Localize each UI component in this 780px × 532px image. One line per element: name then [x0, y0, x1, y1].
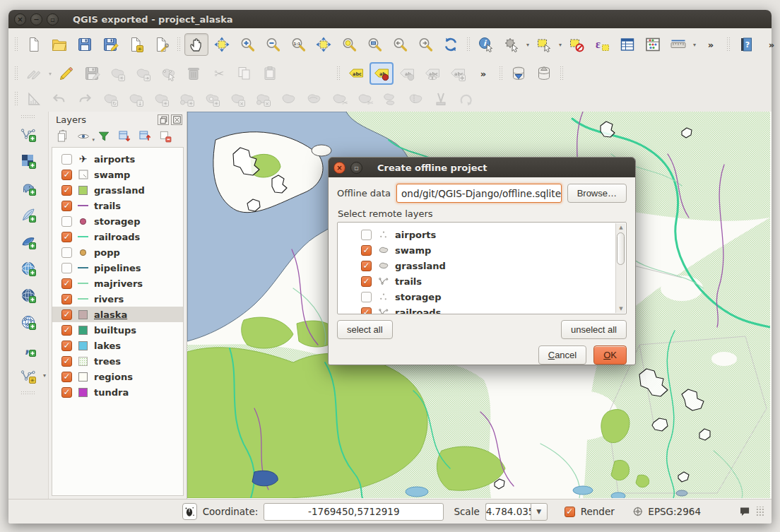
synchronize-button[interactable]: [532, 62, 556, 85]
select-features-dropdown[interactable]: ▾: [559, 42, 562, 48]
layer-row-regions[interactable]: ✓regions: [52, 369, 183, 384]
field-calculator-button[interactable]: [641, 33, 665, 56]
zoom-full-button[interactable]: [312, 33, 336, 56]
current-edits-dropdown[interactable]: ▾: [49, 71, 52, 77]
select-by-expression-button[interactable]: ε: [590, 33, 614, 56]
toggle-editing-button[interactable]: [54, 62, 78, 85]
zoom-to-layer-button[interactable]: [362, 33, 386, 56]
layer-row-trails[interactable]: ✓trails: [52, 198, 183, 213]
layer-visibility-checkbox[interactable]: ✓: [361, 245, 372, 256]
layer-visibility-checkbox[interactable]: ✓: [61, 201, 72, 211]
remove-layer-button[interactable]: [157, 129, 174, 144]
dialog-titlebar[interactable]: × ▫ Create offline project: [329, 158, 635, 177]
layer-visibility-checkbox[interactable]: [61, 154, 72, 165]
zoom-in-button[interactable]: [235, 33, 259, 56]
layer-row-storagep[interactable]: storagep: [52, 213, 183, 229]
zoom-next-button[interactable]: [413, 33, 437, 56]
new-project-button[interactable]: [22, 33, 46, 56]
run-feature-action-button[interactable]: ▾: [500, 33, 531, 56]
add-mssql-layer-button[interactable]: [16, 230, 40, 253]
dialog-maximize-button[interactable]: ▫: [350, 162, 362, 174]
save-project-button[interactable]: [73, 33, 97, 56]
add-wms-layer-button[interactable]: [16, 256, 40, 280]
layer-visibility-checkbox[interactable]: ✓: [61, 356, 72, 367]
render-checkbox[interactable]: ✓: [565, 507, 575, 517]
new-shapefile-layer-dropdown[interactable]: ▾: [43, 372, 46, 379]
scroll-down-arrow[interactable]: ▼: [616, 305, 626, 313]
remote-layer-row-airports[interactable]: airports: [343, 227, 626, 242]
window-close-button[interactable]: ×: [14, 13, 26, 25]
layer-visibility-checkbox[interactable]: ✓: [61, 387, 72, 398]
dialog-close-button[interactable]: ×: [333, 162, 345, 174]
layer-visibility-checkbox[interactable]: [61, 247, 72, 258]
pan-map-button[interactable]: [184, 33, 208, 56]
add-delimited-text-layer-button[interactable]: ,: [16, 337, 40, 360]
layer-visibility-checkbox[interactable]: [361, 230, 372, 240]
layer-row-lakes[interactable]: ✓lakes: [52, 338, 183, 353]
new-print-composer-button[interactable]: ✳: [124, 33, 148, 56]
measure-line-dropdown[interactable]: ▾: [693, 42, 696, 48]
map-canvas[interactable]: × ▫ Create offline project Offline data …: [187, 112, 772, 499]
coordinate-input[interactable]: -1769450,5712919: [264, 503, 444, 521]
layer-row-rivers[interactable]: ✓rivers: [52, 291, 183, 307]
help-overflow-button[interactable]: »: [760, 33, 780, 56]
layer-visibility-checkbox[interactable]: ✓: [361, 307, 372, 315]
scrollbar-thumb[interactable]: [617, 232, 625, 265]
layer-visibility-checkbox[interactable]: ✓: [61, 309, 72, 320]
add-wcs-layer-button[interactable]: [16, 283, 40, 307]
run-feature-action-dropdown[interactable]: ▾: [526, 42, 529, 48]
layer-visibility-checkbox[interactable]: [61, 263, 72, 273]
layer-row-swamp[interactable]: ✓swamp: [52, 167, 183, 182]
zoom-last-button[interactable]: [388, 33, 412, 56]
remote-layers-scrollbar[interactable]: ▲▼: [615, 223, 625, 313]
remote-layer-row-grassland[interactable]: ✓grassland: [343, 258, 626, 273]
scale-input[interactable]: 4.784.035: [485, 503, 531, 521]
layer-visibility-checkbox[interactable]: [61, 216, 72, 227]
layer-row-airports[interactable]: ✈airports: [52, 151, 183, 167]
layer-row-alaska[interactable]: ✓alaska: [52, 307, 183, 322]
offline-data-input[interactable]: ond/git/QGIS-Django/offline.sqlite: [396, 184, 562, 203]
unselect-all-button[interactable]: unselect all: [561, 320, 627, 339]
new-shapefile-layer-button[interactable]: ✳▾: [16, 364, 40, 387]
open-project-button[interactable]: [47, 33, 71, 56]
epsg-status[interactable]: EPSG:2964: [648, 506, 701, 517]
browse-button[interactable]: Browse…: [567, 184, 627, 203]
layer-visibility-checkbox[interactable]: ✓: [61, 185, 72, 196]
measure-line-button[interactable]: ▾: [666, 33, 697, 56]
layer-visibility-checkbox[interactable]: ✓: [61, 232, 72, 242]
remote-layer-row-railroads[interactable]: ✓railroads: [343, 305, 626, 314]
remote-layer-row-trails[interactable]: ✓trails: [343, 273, 626, 289]
toolbar-overflow-button[interactable]: »: [699, 33, 723, 56]
layer-row-builtups[interactable]: ✓builtups: [52, 322, 183, 338]
zoom-out-button[interactable]: [261, 33, 285, 56]
panel-float-button[interactable]: [158, 114, 169, 125]
cancel-button[interactable]: Cancel: [538, 345, 586, 365]
extents-toggle-button[interactable]: [182, 503, 197, 520]
label-overflow-button[interactable]: »: [471, 62, 495, 85]
log-messages-icon[interactable]: [739, 505, 750, 518]
window-maximize-button[interactable]: ▫: [47, 13, 59, 25]
add-postgis-layer-button[interactable]: [16, 176, 40, 199]
pan-to-selection-button[interactable]: [210, 33, 234, 56]
select-features-button[interactable]: ▾: [532, 33, 563, 56]
add-group-button[interactable]: [54, 129, 71, 144]
layer-visibility-checkbox[interactable]: ✓: [361, 261, 372, 271]
layer-row-tundra[interactable]: ✓tundra: [52, 384, 183, 400]
manage-visibility-button[interactable]: ▾: [75, 129, 92, 144]
remote-layer-row-storagep[interactable]: storagep: [343, 289, 626, 305]
layer-visibility-checkbox[interactable]: ✓: [61, 294, 72, 305]
layer-row-pipelines[interactable]: pipelines: [52, 260, 183, 276]
add-raster-layer-button[interactable]: [16, 149, 40, 172]
layer-visibility-checkbox[interactable]: ✓: [361, 276, 372, 287]
open-attribute-table-button[interactable]: [615, 33, 639, 56]
window-minimize-button[interactable]: −: [30, 13, 42, 25]
layer-row-grassland[interactable]: ✓grassland: [52, 182, 183, 198]
layer-row-trees[interactable]: ✓trees: [52, 353, 183, 369]
deselect-features-button[interactable]: [565, 33, 589, 56]
layer-row-popp[interactable]: popp: [52, 244, 183, 260]
remote-layer-row-swamp[interactable]: ✓swamp: [343, 242, 626, 258]
add-spatialite-layer-button[interactable]: [16, 203, 40, 226]
layer-visibility-checkbox[interactable]: ✓: [61, 278, 72, 289]
layer-row-railroads[interactable]: ✓railroads: [52, 229, 183, 244]
identify-features-button[interactable]: i: [474, 33, 498, 56]
